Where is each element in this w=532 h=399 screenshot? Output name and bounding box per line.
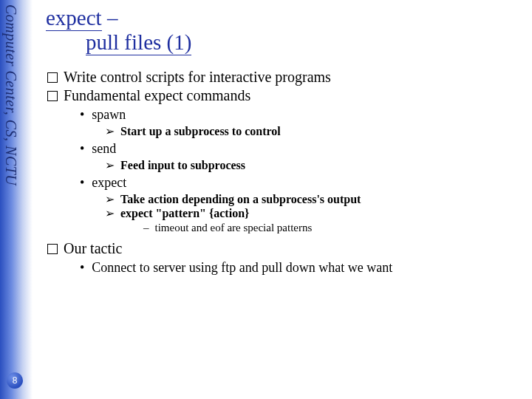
tri-expect-desc1: Take action depending on a subprocess's … [105,192,523,206]
bullet-q3: Our tactic [47,240,523,257]
org-label: Computer Center, CS, NCTU [2,4,19,185]
dash-expect-note: timeout and eof are special patterns [143,222,523,234]
tri-list-spawn: Start up a subprocess to control [105,124,523,138]
title-subtitle-underlined: pull files (1) [86,30,191,55]
sidebar-gradient: Computer Center, CS, NCTU [0,0,33,399]
dot-send: send [80,141,523,157]
dot-tactic: Connect to server using ftp and pull dow… [80,260,523,276]
tri-spawn-desc: Start up a subprocess to control [105,124,523,138]
slide-title: expect – pull files (1) [46,6,523,55]
bullet-q2: Fundamental expect commands [47,87,523,104]
bullet-q1: Write control scripts for interactive pr… [47,69,523,86]
sub-list-expect: expect [80,175,523,191]
dot-spawn: spawn [80,107,523,123]
slide: Computer Center, CS, NCTU 8 expect – pul… [0,0,532,399]
sub-list-spawn: spawn [80,107,523,123]
tri-list-expect: Take action depending on a subprocess's … [105,192,523,220]
tri-list-send: Feed input to subprocess [105,158,523,172]
title-line-1: expect – [46,6,523,30]
title-dash: – [102,6,118,30]
sub-list-send: send [80,141,523,157]
dash-list-expect: timeout and eof are special patterns [143,222,523,234]
title-word-underlined: expect [46,6,102,31]
tri-expect-desc2: expect "pattern" {action} [105,206,523,220]
page-number-badge: 8 [7,372,23,389]
slide-content: expect – pull files (1) Write control sc… [46,6,523,276]
dot-expect: expect [80,175,523,191]
body-text: Write control scripts for interactive pr… [46,69,523,276]
sub-list-tactic: Connect to server using ftp and pull dow… [80,260,523,276]
title-line-2: pull files (1) [46,30,523,55]
tri-send-desc: Feed input to subprocess [105,158,523,172]
